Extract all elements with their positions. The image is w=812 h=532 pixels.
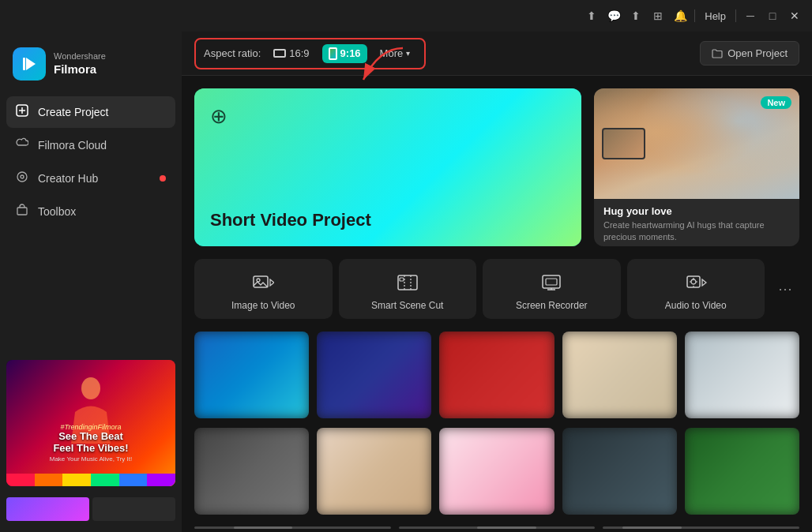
audio-to-video-button[interactable]: Audio to Video xyxy=(627,259,765,319)
smart-scene-cut-icon xyxy=(395,270,420,295)
sidebar-item-creator-hub[interactable]: Creator Hub xyxy=(6,163,175,194)
more-ratio-button[interactable]: More ▾ xyxy=(374,44,417,62)
minimize-button[interactable]: ─ xyxy=(739,5,761,27)
smart-scene-cut-button[interactable]: Smart Scene Cut xyxy=(339,259,477,319)
blurred-card-8[interactable] xyxy=(439,428,554,515)
smart-scene-cut-label: Smart Scene Cut xyxy=(371,300,443,311)
blurred-card-10[interactable] xyxy=(685,428,799,515)
svg-point-6 xyxy=(21,175,24,178)
new-badge: New xyxy=(761,96,791,109)
sidebar-nav: Create Project Filmora Cloud Creator xyxy=(0,96,182,354)
sidebar-item-filmora-cloud[interactable]: Filmora Cloud xyxy=(6,129,175,161)
blurred-card-9[interactable] xyxy=(562,428,677,515)
image-to-video-label: Image to Video xyxy=(231,300,295,311)
blurred-card-6[interactable] xyxy=(194,428,309,515)
creator-hub-icon xyxy=(16,170,28,186)
svg-point-5 xyxy=(17,172,27,182)
creator-hub-label: Creator Hub xyxy=(38,172,98,185)
color-strip xyxy=(6,474,175,486)
portrait-icon xyxy=(329,47,337,60)
toolbox-label: Toolbox xyxy=(38,205,76,218)
folder-icon xyxy=(712,48,723,59)
send-icon[interactable]: ⬆ xyxy=(581,5,603,27)
help-button[interactable]: Help xyxy=(698,9,732,24)
sidebar-item-toolbox[interactable]: Toolbox xyxy=(6,196,175,227)
screen-recorder-button[interactable]: Screen Recorder xyxy=(483,259,621,319)
quick-actions: Image to Video Smart Scene Cut xyxy=(194,259,799,319)
blurred-card-4[interactable] xyxy=(562,332,677,418)
separator2 xyxy=(735,9,736,22)
promo-thumbnail[interactable]: #TrendinginFilmora See The Beat Feel The… xyxy=(6,360,175,486)
filmora-cloud-icon xyxy=(16,137,28,153)
notification-icon[interactable]: 🔔 xyxy=(669,5,691,27)
aspect-ratio-controls: Aspect ratio: 16:9 9:16 More ▾ xyxy=(194,38,426,69)
sidebar: Wondershare Filmora Create Project xyxy=(0,32,182,532)
create-project-icon xyxy=(16,104,28,120)
toolbox-icon xyxy=(16,204,28,219)
scroll-indicator-2[interactable] xyxy=(399,526,596,529)
svg-point-21 xyxy=(691,279,696,284)
svg-rect-15 xyxy=(400,278,404,281)
open-project-label: Open Project xyxy=(727,47,788,59)
create-project-label: Create Project xyxy=(38,106,108,118)
maximize-button[interactable]: □ xyxy=(761,5,784,27)
scroll-indicator-1[interactable] xyxy=(194,526,391,529)
brand-name: Wondershare xyxy=(54,51,106,62)
landscape-icon xyxy=(273,49,286,58)
blurred-card-1[interactable] xyxy=(194,332,309,418)
chat-icon[interactable]: 💬 xyxy=(603,5,625,27)
featured-description: Create heartwarming AI hugs that capture… xyxy=(603,219,790,244)
content-area: Aspect ratio: 16:9 9:16 More ▾ O xyxy=(182,32,812,532)
titlebar: ⬆ 💬 ⬆ ⊞ 🔔 Help ─ □ ✕ xyxy=(0,0,812,32)
ratio-9-16-button[interactable]: 9:16 xyxy=(322,44,367,63)
ratio-16-9-button[interactable]: 16:9 xyxy=(267,44,315,62)
blurred-row-1 xyxy=(194,332,799,418)
short-video-project-card[interactable]: ⊕ Short Video Project xyxy=(194,88,581,246)
blurred-card-5[interactable] xyxy=(685,332,799,418)
logo: Wondershare Filmora xyxy=(0,39,182,96)
product-name: Filmora xyxy=(54,62,106,77)
svg-point-8 xyxy=(81,377,100,399)
more-actions-button[interactable]: ⋯ xyxy=(771,275,799,303)
aspect-ratio-label: Aspect ratio: xyxy=(204,47,261,59)
more-label: More xyxy=(380,47,404,59)
main-layout: Wondershare Filmora Create Project xyxy=(0,32,812,532)
audio-to-video-label: Audio to Video xyxy=(665,300,727,311)
separator xyxy=(694,9,695,22)
featured-title: Hug your love xyxy=(603,205,790,217)
small-thumbnail xyxy=(602,128,645,159)
thumb-line2: Feel The Vibes! xyxy=(14,443,167,454)
blurred-card-2[interactable] xyxy=(317,332,431,418)
featured-card[interactable]: New Hug your love Create heartwarming AI… xyxy=(594,88,799,246)
scroll-indicator-3[interactable] xyxy=(603,526,799,529)
top-row: ⊕ Short Video Project New Hug your love … xyxy=(194,88,799,246)
thumb-subtext: Make Your Music Alive, Try It! xyxy=(14,455,167,463)
chevron-down-icon: ▾ xyxy=(406,49,410,58)
notification-dot xyxy=(160,175,166,182)
svg-rect-1 xyxy=(23,58,25,70)
toolbar: Aspect ratio: 16:9 9:16 More ▾ O xyxy=(182,32,812,76)
image-to-video-icon xyxy=(250,270,276,295)
sidebar-item-create-project[interactable]: Create Project xyxy=(6,96,175,128)
logo-icon xyxy=(13,47,46,81)
thumb-line1: See The Beat xyxy=(14,431,167,442)
close-button[interactable]: ✕ xyxy=(784,5,806,27)
filmora-cloud-label: Filmora Cloud xyxy=(38,139,107,152)
blurred-card-7[interactable] xyxy=(317,428,431,515)
logo-text: Wondershare Filmora xyxy=(54,51,106,76)
add-project-icon: ⊕ xyxy=(210,104,227,129)
audio-to-video-icon xyxy=(683,270,709,295)
svg-point-11 xyxy=(257,279,260,282)
upload-icon[interactable]: ⬆ xyxy=(625,5,647,27)
grid-icon[interactable]: ⊞ xyxy=(647,5,669,27)
image-to-video-button[interactable]: Image to Video xyxy=(194,259,333,319)
ratio-16-9-label: 16:9 xyxy=(289,47,309,59)
bottom-scrollbars xyxy=(182,523,812,532)
scroll-area[interactable]: ⊕ Short Video Project New Hug your love … xyxy=(182,76,812,523)
screen-recorder-icon xyxy=(539,270,564,295)
svg-rect-7 xyxy=(17,208,27,215)
svg-marker-0 xyxy=(26,58,36,70)
blurred-card-3[interactable] xyxy=(439,332,554,418)
open-project-button[interactable]: Open Project xyxy=(700,41,799,66)
svg-rect-19 xyxy=(546,279,557,285)
